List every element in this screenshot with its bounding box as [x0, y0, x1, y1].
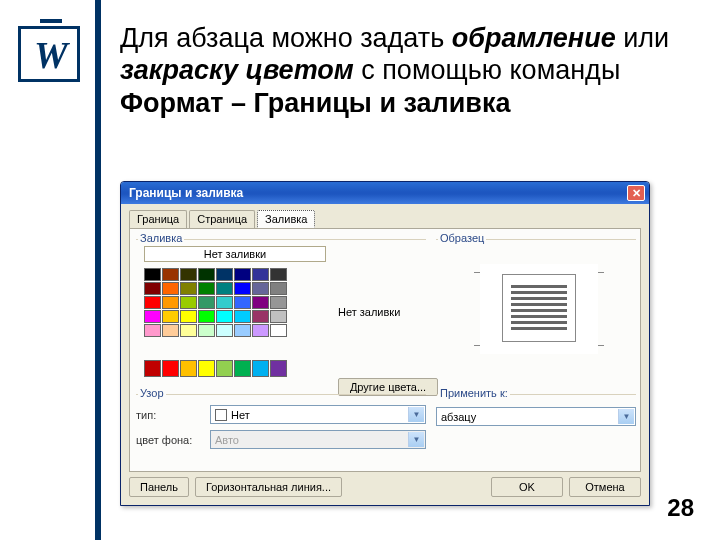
color-swatch[interactable] [270, 268, 287, 281]
color-swatch[interactable] [144, 324, 161, 337]
logo: W [18, 26, 80, 82]
tab-fill[interactable]: Заливка [257, 210, 315, 228]
color-swatch[interactable] [162, 324, 179, 337]
color-swatch[interactable] [216, 324, 233, 337]
apply-to-value: абзацу [441, 411, 476, 423]
toolbar-button[interactable]: Панель [129, 477, 189, 497]
color-swatch[interactable] [180, 324, 197, 337]
color-swatch[interactable] [162, 268, 179, 281]
color-swatch[interactable] [234, 296, 251, 309]
color-swatch[interactable] [180, 268, 197, 281]
color-swatch[interactable] [252, 324, 269, 337]
pattern-color-select: Авто ▼ [210, 430, 426, 449]
pattern-type-select[interactable]: Нет ▼ [210, 405, 426, 424]
color-swatch[interactable] [234, 268, 251, 281]
pattern-group: Узор тип: Нет ▼ цвет фона: Авто ▼ [136, 394, 426, 466]
color-swatch[interactable] [162, 282, 179, 295]
color-swatch[interactable] [234, 282, 251, 295]
logo-letter: W [34, 33, 64, 77]
color-swatch[interactable] [252, 296, 269, 309]
color-swatch[interactable] [180, 360, 197, 377]
heading-text-2: или [616, 23, 669, 53]
pattern-swatch [215, 409, 227, 421]
color-swatch[interactable] [234, 360, 251, 377]
dialog-button-row: Панель Горизонтальная линия... OK Отмена [129, 477, 641, 497]
color-swatch[interactable] [252, 310, 269, 323]
color-swatch[interactable] [270, 282, 287, 295]
color-swatch[interactable] [252, 360, 269, 377]
tab-panel-fill: Заливка Нет заливки Нет заливки Другие ц… [129, 228, 641, 472]
color-swatch[interactable] [216, 310, 233, 323]
apply-to-select[interactable]: абзацу ▼ [436, 407, 636, 426]
heading-emphasis-1: обрамление [452, 23, 616, 53]
cancel-button[interactable]: Отмена [569, 477, 641, 497]
slide-root: W Для абзаца можно задать обрамление или… [0, 0, 720, 540]
color-swatch[interactable] [198, 360, 215, 377]
tab-strip: Граница Страница Заливка [121, 204, 649, 228]
slide-heading: Для абзаца можно задать обрамление или з… [120, 22, 680, 119]
chevron-down-icon: ▼ [408, 432, 424, 447]
preview-group: Образец [436, 239, 636, 389]
color-swatch[interactable] [162, 310, 179, 323]
close-icon[interactable]: ✕ [627, 185, 645, 201]
color-swatch[interactable] [162, 360, 179, 377]
heading-text-1: Для абзаца можно задать [120, 23, 452, 53]
standard-colors-row[interactable] [144, 360, 287, 377]
heading-text-3: с помощью команды [354, 55, 621, 85]
color-swatch[interactable] [216, 296, 233, 309]
color-swatch[interactable] [252, 268, 269, 281]
fill-group-label: Заливка [138, 232, 184, 244]
color-palette[interactable] [144, 268, 287, 337]
color-swatch[interactable] [198, 296, 215, 309]
preview-box [480, 264, 598, 354]
pattern-type-label: тип: [136, 409, 204, 421]
heading-emphasis-2: закраску цветом [120, 55, 354, 85]
color-swatch[interactable] [216, 268, 233, 281]
vertical-divider [95, 0, 101, 540]
color-swatch[interactable] [144, 296, 161, 309]
color-swatch[interactable] [198, 324, 215, 337]
fill-group: Заливка Нет заливки Нет заливки Другие ц… [136, 239, 426, 389]
color-swatch[interactable] [252, 282, 269, 295]
heading-command: Формат – Границы и заливка [120, 88, 510, 118]
color-swatch[interactable] [270, 324, 287, 337]
color-swatch[interactable] [270, 310, 287, 323]
color-swatch[interactable] [180, 296, 197, 309]
color-swatch[interactable] [198, 310, 215, 323]
color-swatch[interactable] [198, 282, 215, 295]
color-swatch[interactable] [198, 268, 215, 281]
color-swatch[interactable] [234, 310, 251, 323]
titlebar[interactable]: Границы и заливка ✕ [121, 182, 649, 204]
color-swatch[interactable] [216, 282, 233, 295]
chevron-down-icon: ▼ [618, 409, 634, 424]
tab-border[interactable]: Граница [129, 210, 187, 228]
tab-page[interactable]: Страница [189, 210, 255, 228]
color-swatch[interactable] [180, 310, 197, 323]
apply-to-group: Применить к: абзацу ▼ [436, 394, 636, 449]
color-swatch[interactable] [180, 282, 197, 295]
pattern-color-label: цвет фона: [136, 434, 204, 446]
color-swatch[interactable] [144, 282, 161, 295]
apply-to-label: Применить к: [438, 387, 510, 399]
color-swatch[interactable] [216, 360, 233, 377]
color-swatch[interactable] [162, 296, 179, 309]
color-swatch[interactable] [144, 268, 161, 281]
color-swatch[interactable] [270, 360, 287, 377]
preview-group-label: Образец [438, 232, 486, 244]
ok-button[interactable]: OK [491, 477, 563, 497]
horizontal-line-button[interactable]: Горизонтальная линия... [195, 477, 342, 497]
slide-number: 28 [667, 494, 694, 522]
pattern-group-label: Узор [138, 387, 166, 399]
chevron-down-icon: ▼ [408, 407, 424, 422]
dialog-title: Границы и заливка [129, 186, 243, 200]
color-swatch[interactable] [144, 310, 161, 323]
borders-shading-dialog: Границы и заливка ✕ Граница Страница Зал… [120, 181, 650, 506]
pattern-type-value: Нет [231, 409, 250, 421]
color-swatch[interactable] [234, 324, 251, 337]
color-swatch[interactable] [144, 360, 161, 377]
current-fill-label: Нет заливки [338, 306, 423, 318]
preview-page-icon [502, 274, 576, 342]
color-swatch[interactable] [270, 296, 287, 309]
no-fill-button[interactable]: Нет заливки [144, 246, 326, 262]
pattern-color-value: Авто [215, 434, 239, 446]
